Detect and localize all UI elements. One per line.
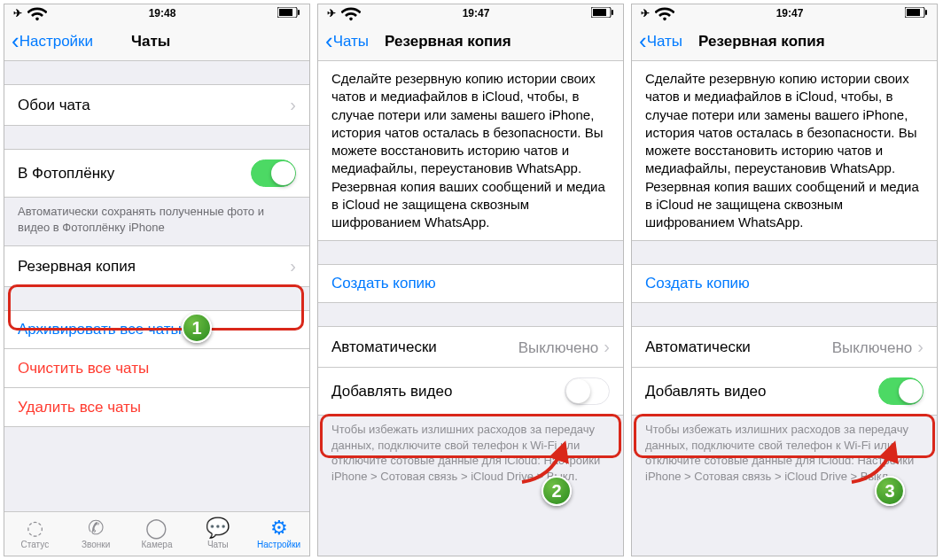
include-video-toggle[interactable] <box>565 377 610 405</box>
auto-backup-row[interactable]: Автоматически Выключено› <box>318 326 623 368</box>
status-time: 19:47 <box>463 7 490 19</box>
chevron-left-icon: ‹ <box>12 27 19 55</box>
content-area: Сделайте резервную копию истории своих ч… <box>632 61 937 556</box>
archive-all-label: Архивировать все чаты <box>18 321 182 338</box>
status-time: 19:47 <box>776 7 804 19</box>
tab-label: Камера <box>142 540 173 549</box>
tab-label: Настройки <box>257 540 300 549</box>
create-backup-label: Создать копию <box>645 275 750 292</box>
status-time: 19:48 <box>149 7 176 19</box>
backup-info-text: Сделайте резервную копию истории своих ч… <box>632 61 937 241</box>
chevron-right-icon: › <box>604 337 610 356</box>
auto-backup-label: Автоматически <box>331 338 437 356</box>
auto-backup-value: Выключено <box>832 339 913 356</box>
tab-chats[interactable]: 💬 Чаты <box>187 512 248 556</box>
status-bar: ✈ 19:47 <box>318 4 623 22</box>
back-button[interactable]: ‹ Чаты <box>325 27 369 55</box>
wallpaper-label: Обои чата <box>18 97 90 114</box>
include-video-row[interactable]: Добавлять видео <box>318 368 623 416</box>
step-badge-1: 1 <box>182 313 212 343</box>
archive-all-row[interactable]: Архивировать все чаты <box>4 310 309 349</box>
auto-backup-label: Автоматически <box>645 338 751 356</box>
back-button[interactable]: ‹ Чаты <box>639 27 682 55</box>
backup-label: Резервная копия <box>18 258 136 276</box>
battery-icon <box>591 7 614 20</box>
page-title: Резервная копия <box>385 33 511 51</box>
page-title: Резервная копия <box>698 33 825 51</box>
tab-label: Чаты <box>207 540 229 549</box>
backup-info-text: Сделайте резервную копию истории своих ч… <box>318 61 623 241</box>
page-title: Чаты <box>131 33 170 51</box>
chevron-right-icon: › <box>290 256 296 276</box>
status-icon: ◌ <box>27 518 43 538</box>
back-button[interactable]: ‹ Настройки <box>12 27 93 55</box>
tab-settings[interactable]: ⚙ Настройки <box>248 512 309 556</box>
content-area: Сделайте резервную копию истории своих ч… <box>318 61 623 556</box>
svg-rect-5 <box>612 10 613 15</box>
phone-icon: ✆ <box>88 518 104 538</box>
create-backup-label: Создать копию <box>331 275 436 292</box>
chevron-left-icon: ‹ <box>639 27 647 55</box>
back-label: Чаты <box>647 33 682 51</box>
include-video-toggle[interactable] <box>878 377 924 405</box>
battery-icon <box>277 7 300 20</box>
tab-label: Статус <box>21 540 50 549</box>
status-bar: ✈ 19:48 <box>4 4 309 22</box>
backup-row[interactable]: Резервная копия › <box>4 245 309 287</box>
include-video-label: Добавлять видео <box>331 383 452 401</box>
phone-screen-2: ✈ 19:47 ‹ Чаты Резервная копия Сделайте … <box>317 4 624 556</box>
svg-rect-7 <box>907 9 920 16</box>
svg-rect-2 <box>298 10 300 15</box>
camera-icon: ◯ <box>145 518 168 538</box>
svg-rect-1 <box>279 9 292 16</box>
auto-backup-value: Выключено <box>518 339 599 356</box>
wifi-icon <box>655 4 674 25</box>
tab-label: Звонки <box>82 540 110 549</box>
content-area: Обои чата › В Фотоплёнку Автоматически с… <box>4 61 309 511</box>
wifi-icon <box>341 4 361 25</box>
save-to-photos-label: В Фотоплёнку <box>18 165 114 183</box>
tab-calls[interactable]: ✆ Звонки <box>66 512 127 556</box>
auto-backup-row[interactable]: Автоматически Выключено› <box>632 326 937 368</box>
clear-all-label: Очистить все чаты <box>18 360 149 377</box>
tab-camera[interactable]: ◯ Камера <box>127 512 188 556</box>
nav-bar: ‹ Настройки Чаты <box>4 22 309 61</box>
phone-screen-1: ✈ 19:48 ‹ Настройки Чаты Обои чата › В Ф… <box>4 4 310 556</box>
save-to-photos-toggle[interactable] <box>251 159 296 187</box>
gear-icon: ⚙ <box>270 518 288 538</box>
clear-all-row[interactable]: Очистить все чаты <box>4 349 309 388</box>
phone-screen-3: ✈ 19:47 ‹ Чаты Резервная копия Сделайте … <box>631 4 938 556</box>
svg-rect-8 <box>925 10 927 15</box>
nav-bar: ‹ Чаты Резервная копия <box>318 22 623 61</box>
back-label: Настройки <box>19 33 93 51</box>
delete-all-row[interactable]: Удалить все чаты <box>4 388 309 427</box>
create-backup-row[interactable]: Создать копию <box>632 264 937 303</box>
save-to-photos-desc: Автоматически сохранять полученные фото … <box>4 198 309 235</box>
chat-icon: 💬 <box>206 518 230 538</box>
data-warning-text: Чтобы избежать излишних расходов за пере… <box>318 416 623 484</box>
include-video-row[interactable]: Добавлять видео <box>632 368 937 416</box>
wallpaper-row[interactable]: Обои чата › <box>4 84 309 126</box>
tab-status[interactable]: ◌ Статус <box>4 512 66 556</box>
status-bar: ✈ 19:47 <box>632 4 937 22</box>
step-badge-3: 3 <box>875 476 905 506</box>
save-to-photos-row[interactable]: В Фотоплёнку <box>4 149 309 198</box>
nav-bar: ‹ Чаты Резервная копия <box>632 22 937 61</box>
back-label: Чаты <box>333 33 369 51</box>
airplane-icon: ✈ <box>327 7 336 19</box>
tab-bar: ◌ Статус ✆ Звонки ◯ Камера 💬 Чаты ⚙ Наст… <box>4 511 309 556</box>
svg-rect-4 <box>593 9 606 16</box>
delete-all-label: Удалить все чаты <box>18 399 141 416</box>
airplane-icon: ✈ <box>13 7 22 19</box>
battery-icon <box>905 7 928 20</box>
wifi-icon <box>27 4 47 25</box>
chevron-right-icon: › <box>917 337 924 356</box>
airplane-icon: ✈ <box>641 7 650 19</box>
include-video-label: Добавлять видео <box>645 383 766 401</box>
chevron-left-icon: ‹ <box>325 27 333 55</box>
chevron-right-icon: › <box>290 95 296 115</box>
step-badge-2: 2 <box>542 476 572 506</box>
create-backup-row[interactable]: Создать копию <box>318 264 623 303</box>
